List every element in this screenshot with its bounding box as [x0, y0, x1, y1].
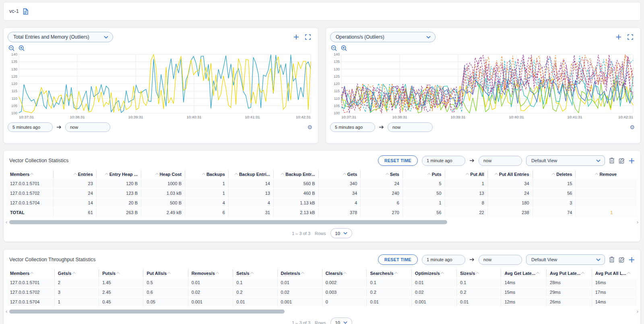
sort-caret-icon — [167, 272, 171, 275]
column-header-backup-entri-[interactable]: Backup Entri... — [228, 170, 273, 179]
view-select[interactable]: Default View — [526, 155, 605, 166]
reset-time-button[interactable]: RESET TIME — [378, 155, 418, 166]
column-header-remove[interactable]: Remove — [576, 170, 637, 179]
page-size-select[interactable]: 10 — [330, 228, 352, 238]
view-select[interactable]: Default View — [526, 254, 605, 265]
table-cell: 0.45 — [99, 297, 143, 306]
line-chart-entries-memory[interactable]: 10010511011512012513013514010:37:3110:38… — [8, 52, 314, 120]
column-header-gets[interactable]: Gets — [318, 170, 361, 179]
column-header-label: Sets — [390, 172, 399, 177]
column-header-label: Puts — [432, 172, 442, 177]
table-row[interactable]: 127.0.0.1:57041420 B500 B441.13 kB461818… — [7, 198, 637, 208]
add-table-button[interactable] — [629, 257, 635, 263]
column-header-heap-cost[interactable]: Heap Cost — [141, 170, 185, 179]
reset-time-button[interactable]: RESET TIME — [378, 254, 418, 265]
column-header-clears-s[interactable]: Clears/s — [322, 269, 367, 278]
delete-view-button[interactable] — [609, 256, 615, 263]
column-header-avg-put-all-l-[interactable]: Avg Put All L... — [592, 269, 637, 278]
time-to-input[interactable] — [479, 156, 522, 166]
chevron-down-icon — [596, 159, 601, 162]
time-to-input[interactable] — [388, 122, 433, 132]
scroll-left-icon[interactable]: ‹ — [6, 310, 7, 314]
sort-caret-icon — [427, 173, 431, 176]
column-header-puts[interactable]: Puts — [402, 170, 445, 179]
sort-caret-icon — [72, 272, 76, 275]
scrollbar-track[interactable] — [9, 310, 634, 314]
scrollbar-track[interactable] — [9, 220, 634, 224]
column-header-avg-put-late-[interactable]: Avg Put Late... — [547, 269, 592, 278]
document-icon[interactable] — [23, 8, 29, 15]
edit-view-button[interactable] — [619, 158, 625, 164]
zoom-in-icon[interactable] — [19, 45, 25, 52]
column-header-sets-s[interactable]: Sets/s — [233, 269, 277, 278]
column-header-avg-get-late-[interactable]: Avg Get Late... — [501, 269, 547, 278]
column-header-entries[interactable]: Entries — [54, 170, 97, 179]
table-cell: 0.002 — [322, 278, 367, 287]
fullscreen-icon[interactable] — [627, 34, 633, 40]
time-to-input[interactable] — [65, 122, 110, 132]
delete-view-button[interactable] — [609, 157, 615, 164]
edit-view-button[interactable] — [619, 257, 625, 263]
scroll-right-icon[interactable]: › — [637, 310, 638, 314]
table-cell: 1 — [576, 208, 637, 217]
scroll-right-icon[interactable]: › — [637, 220, 638, 224]
sort-caret-icon — [301, 272, 305, 275]
time-from-input[interactable] — [422, 255, 465, 265]
column-header-gets-s[interactable]: Gets/s — [54, 269, 99, 278]
scroll-left-icon[interactable]: ‹ — [6, 220, 7, 224]
column-header-deletes[interactable]: Deletes — [533, 170, 576, 179]
line-chart-operations[interactable]: 10010511011512012513013514010:37:3110:38… — [330, 52, 636, 120]
table-row[interactable]: 127.0.0.1:570410.450.050.0010.010.00100.… — [7, 297, 637, 306]
zoom-out-icon[interactable] — [331, 45, 337, 52]
table-row[interactable]: 127.0.0.1:570123120 B1000 B114560 B34024… — [7, 179, 637, 188]
gear-icon[interactable]: ⚙ — [307, 124, 314, 130]
column-header-label: Sizes/s — [460, 271, 475, 276]
svg-text:10:41:31: 10:41:31 — [245, 115, 260, 119]
column-header-put-all[interactable]: Put All — [445, 170, 487, 179]
column-header-members[interactable]: Members — [7, 170, 54, 179]
column-header-sets[interactable]: Sets — [361, 170, 403, 179]
add-table-button[interactable] — [629, 158, 635, 164]
add-chart-icon[interactable] — [293, 34, 299, 40]
gear-icon[interactable]: ⚙ — [630, 124, 636, 130]
panel-title: Vector Collection Statistics — [9, 158, 68, 163]
chart-metric-select[interactable]: Operations/s (Outliers) — [330, 32, 436, 42]
scrollbar-thumb[interactable] — [9, 220, 447, 224]
chart-metric-select[interactable]: Total Entries and Memory (Outliers) — [8, 32, 113, 42]
table-cell: 0.01 — [367, 297, 412, 306]
table-cell: 24 — [54, 188, 97, 198]
time-from-input[interactable] — [8, 122, 53, 132]
table-row[interactable]: 127.0.0.1:570224123 B1.03 kB113460 B3424… — [7, 188, 637, 198]
zoom-in-icon[interactable] — [341, 45, 347, 52]
page-size-select[interactable]: 10 — [330, 318, 352, 324]
sort-caret-icon — [74, 173, 77, 176]
sort-caret-icon — [595, 173, 599, 176]
time-from-input[interactable] — [330, 122, 375, 132]
column-header-optimizes-s[interactable]: Optimizes/s — [412, 269, 457, 278]
fullscreen-icon[interactable] — [305, 34, 311, 40]
table-cell: 180 — [487, 198, 533, 208]
column-header-searches-s[interactable]: Searches/s — [367, 269, 412, 278]
column-header-label: Deletes — [556, 172, 572, 177]
column-header-entry-heap-[interactable]: Entry Heap ... — [96, 170, 141, 179]
scrollbar-thumb[interactable] — [9, 310, 284, 314]
table-row[interactable]: 127.0.0.1:570121.450.50.010.10.010.0020.… — [7, 278, 637, 287]
column-header-deletes-s[interactable]: Deletes/s — [277, 269, 322, 278]
svg-text:115: 115 — [12, 89, 17, 93]
column-header-put-alls-s[interactable]: Put Alls/s — [143, 269, 188, 278]
column-header-sizes-s[interactable]: Sizes/s — [456, 269, 501, 278]
column-header-backup-entr-[interactable]: Backup Entr... — [273, 170, 318, 179]
table-row[interactable]: 127.0.0.1:570232.450.60.020.20.020.0030.… — [7, 287, 637, 297]
column-header-puts-s[interactable]: Puts/s — [99, 269, 143, 278]
column-header-backups[interactable]: Backups — [185, 170, 229, 179]
svg-text:135: 135 — [11, 60, 17, 64]
table-cell: 3 — [54, 287, 99, 297]
add-chart-icon[interactable] — [616, 34, 621, 40]
column-header-removes-s[interactable]: Removes/s — [188, 269, 233, 278]
time-to-input[interactable] — [479, 255, 522, 265]
column-header-put-all-entries[interactable]: Put All Entries — [487, 170, 533, 179]
time-from-input[interactable] — [422, 156, 465, 166]
page-size-value: 10 — [335, 231, 340, 236]
zoom-out-icon[interactable] — [8, 45, 15, 52]
column-header-members[interactable]: Members — [7, 269, 54, 278]
